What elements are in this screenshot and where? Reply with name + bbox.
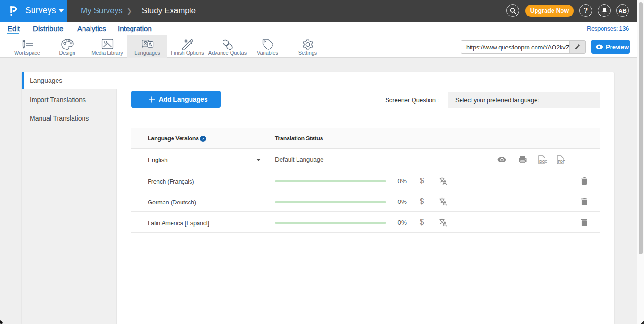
svg-text:?: ? <box>202 136 205 141</box>
svg-text:PDF: PDF <box>558 159 565 164</box>
svg-text:DOC: DOC <box>539 159 548 164</box>
